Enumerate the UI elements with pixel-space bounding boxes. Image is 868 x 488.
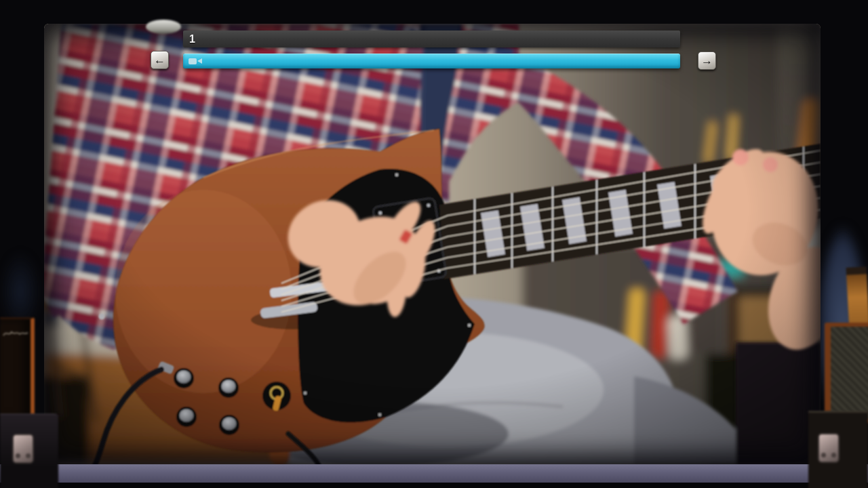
next-section-button[interactable]: →	[698, 52, 716, 70]
camera-lens	[197, 58, 202, 64]
road-case-right	[808, 411, 868, 488]
case-latch-left	[12, 434, 34, 464]
previous-section-button[interactable]: ←	[151, 51, 169, 69]
video-progress-fill	[183, 54, 680, 68]
case-latch-right	[818, 433, 840, 463]
floor-shadow-strip	[0, 483, 868, 488]
arrow-right-icon: →	[701, 54, 713, 67]
section-track-bar: 1	[183, 30, 680, 47]
camera-body	[189, 58, 197, 64]
video-progress-bar[interactable]	[183, 54, 680, 68]
lesson-video-screen[interactable]	[44, 24, 821, 464]
amp-logo-left	[2, 327, 29, 341]
stage-ledge	[0, 464, 868, 483]
section-number-label: 1	[183, 34, 195, 45]
camera-device-on-screen	[146, 20, 181, 34]
amp-head-left	[0, 317, 35, 418]
arrow-left-icon: ←	[154, 54, 165, 66]
lesson-video-scene	[44, 24, 821, 464]
video-vignette	[44, 24, 821, 464]
video-camera-icon	[189, 58, 202, 64]
game-room: 1 ← →	[0, 0, 868, 488]
amp-head-right	[825, 323, 868, 423]
road-case-left	[0, 413, 58, 488]
